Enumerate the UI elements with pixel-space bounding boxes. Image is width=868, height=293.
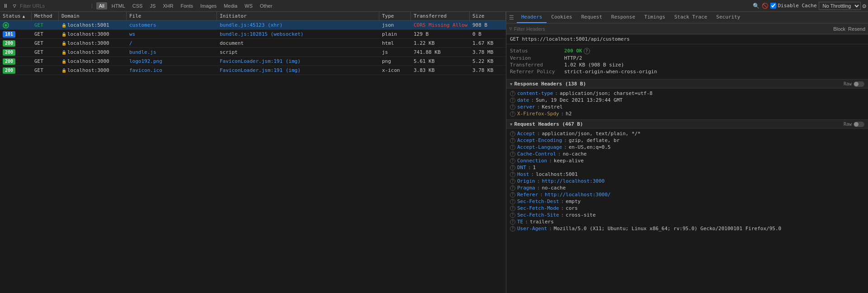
col-header-method[interactable]: Method <box>32 12 59 20</box>
version-value: HTTP/2 <box>564 55 582 61</box>
table-row[interactable]: 101 GET 🔒localhost:3000 ws bundle.js:102… <box>0 30 506 39</box>
raw-toggle-response[interactable]: Raw <box>844 81 864 87</box>
col-header-size[interactable]: Size <box>470 12 506 20</box>
raw-switch-request[interactable] <box>854 122 864 127</box>
filter-images-btn[interactable]: Images <box>198 2 219 9</box>
filter-urls-input[interactable] <box>20 3 88 9</box>
help-icon[interactable]: ? <box>510 199 515 204</box>
table-row[interactable]: 200 GET 🔒localhost:3000 favicon.ico Favi… <box>0 66 506 75</box>
tab-headers[interactable]: Headers <box>517 12 547 23</box>
help-icon[interactable]: ? <box>510 91 515 96</box>
header-name: Referer <box>517 192 538 198</box>
raw-toggle-request[interactable]: Raw <box>844 122 864 127</box>
throttle-select[interactable]: No Throttling <box>819 2 861 10</box>
raw-label-response: Raw <box>844 81 852 86</box>
header-name: X-Firefox-Spdy <box>517 111 559 117</box>
block-icon[interactable]: 🚫 <box>761 2 769 9</box>
help-icon[interactable]: ? <box>510 165 515 170</box>
header-colon: : <box>564 137 567 143</box>
row4-initiator: FaviconLoader.jsm:191 (img) <box>217 57 379 66</box>
header-row: ? Origin : http://localhost:3000 <box>510 178 864 184</box>
col-header-transferred[interactable]: Transferred <box>411 12 470 20</box>
help-icon[interactable]: ? <box>510 206 515 211</box>
row4-domain: 🔒localhost:3000 <box>59 57 127 66</box>
row5-initiator: FaviconLoader.jsm:191 (img) <box>217 66 379 75</box>
request-headers-section[interactable]: ▼ Request Headers (467 B) Raw <box>506 119 868 129</box>
table-row[interactable]: 200 GET 🔒localhost:3000 logo192.png Favi… <box>0 57 506 66</box>
col-header-initiator[interactable]: Initiator <box>217 12 379 20</box>
help-icon[interactable]: ? <box>510 185 515 191</box>
filter-ws-btn[interactable]: WS <box>242 2 255 9</box>
table-row[interactable]: GET 🔒localhost:5001 customers bundle.js:… <box>0 21 506 30</box>
header-colon: : <box>549 226 552 232</box>
block-button[interactable]: Block <box>833 26 845 32</box>
gear-icon[interactable]: ⚙ <box>863 2 866 9</box>
row5-type: x-icon <box>379 66 411 75</box>
toolbar-left: ⏸ ▽ | All HTML CSS JS XHR Fonts Images M… <box>2 2 751 9</box>
col-header-status[interactable]: Status ▲ <box>0 12 32 20</box>
row2-file: / <box>127 39 217 47</box>
disable-cache-checkbox[interactable] <box>770 3 776 9</box>
filter-headers-input[interactable] <box>514 26 832 32</box>
help-icon[interactable]: ? <box>510 131 515 137</box>
filter-html-btn[interactable]: HTML <box>109 2 128 9</box>
help-icon[interactable]: ? <box>510 172 515 177</box>
filter-css-btn[interactable]: CSS <box>130 2 146 9</box>
help-icon[interactable]: ? <box>510 179 515 184</box>
raw-label-request: Raw <box>844 122 852 127</box>
header-value: h2 <box>566 111 571 117</box>
col-header-type[interactable]: Type <box>379 12 411 20</box>
table-row[interactable]: 200 GET 🔒localhost:3000 / document html … <box>0 39 506 48</box>
tab-stack-trace[interactable]: Stack Trace <box>670 12 712 23</box>
network-panel: Status ▲ Method Domain File Initiator Ty… <box>0 12 506 293</box>
pause-icon[interactable]: ⏸ <box>2 2 9 9</box>
filter-xhr-btn[interactable]: XHR <box>160 2 176 9</box>
details-body[interactable]: Status 200 OK ? Version HTTP/2 Transferr… <box>506 44 868 293</box>
help-icon[interactable]: ? <box>510 111 515 117</box>
header-name: Accept <box>517 131 535 137</box>
raw-switch-response[interactable] <box>854 81 864 87</box>
help-icon[interactable]: ? <box>510 138 515 143</box>
tab-request[interactable]: Request <box>577 12 607 23</box>
row1-transferred: 129 B <box>411 30 470 38</box>
resend-button[interactable]: Resend <box>848 26 865 32</box>
panel-icon: ☰ <box>506 12 517 23</box>
help-icon[interactable]: ? <box>510 226 515 232</box>
help-icon[interactable]: ? <box>510 145 515 150</box>
header-colon: : <box>561 205 564 211</box>
filter-all-btn[interactable]: All <box>96 2 107 9</box>
col-header-domain[interactable]: Domain <box>59 12 127 20</box>
help-icon[interactable]: ? <box>510 151 515 157</box>
header-value-link[interactable]: http://localhost:3000/ <box>545 192 611 198</box>
tab-cookies[interactable]: Cookies <box>547 12 576 23</box>
table-row[interactable]: 200 GET 🔒localhost:3000 bundle.js script… <box>0 48 506 57</box>
tab-timings[interactable]: Timings <box>640 12 670 23</box>
help-icon[interactable]: ? <box>510 213 515 218</box>
search-icon[interactable]: 🔍 <box>752 2 760 9</box>
header-value: Mozilla/5.0 (X11; Ubuntu; Linux x86_64; … <box>554 226 781 232</box>
details-tabs: ☰ Headers Cookies Request Response Timin… <box>506 12 868 24</box>
header-row: ? content-type : application/json; chars… <box>510 90 864 96</box>
row3-initiator: script <box>217 48 379 57</box>
tab-security[interactable]: Security <box>712 12 745 23</box>
row4-size: 5.22 KB <box>470 57 506 66</box>
response-headers-section[interactable]: ▼ Response Headers (138 B) Raw <box>506 79 868 89</box>
filter-fonts-btn[interactable]: Fonts <box>178 2 196 9</box>
help-icon[interactable]: ? <box>510 98 515 103</box>
header-value-link[interactable]: http://localhost:3000 <box>542 178 604 184</box>
version-label: Version <box>510 55 564 61</box>
help-icon[interactable]: ? <box>510 158 515 164</box>
help-icon[interactable]: ? <box>510 192 515 198</box>
help-icon[interactable]: ? <box>510 104 515 110</box>
filter-icon[interactable]: ▽ <box>11 2 18 9</box>
disable-cache-label[interactable]: Disable Cache <box>770 3 816 9</box>
filter-js-btn[interactable]: JS <box>147 2 158 9</box>
filter-media-btn[interactable]: Media <box>221 2 240 9</box>
help-icon[interactable]: ? <box>510 219 515 225</box>
row3-transferred: 741.88 KB <box>411 48 470 57</box>
row3-domain: 🔒localhost:3000 <box>59 48 127 57</box>
tab-response[interactable]: Response <box>607 12 640 23</box>
filter-other-btn[interactable]: Other <box>257 2 275 9</box>
col-header-file[interactable]: File <box>127 12 217 20</box>
status-help-icon[interactable]: ? <box>584 48 590 54</box>
